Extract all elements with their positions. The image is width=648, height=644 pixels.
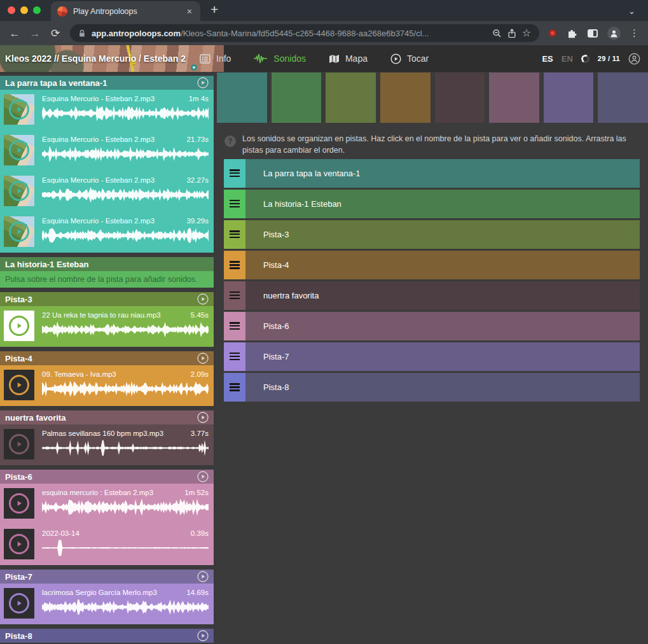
back-button[interactable]: ← [5,28,24,39]
tab-close-icon[interactable]: × [185,6,194,17]
clip-waveform [42,438,209,458]
zoom-out-icon[interactable] [492,29,502,38]
track-row-label: La parra tapa la ventana-1 [263,169,361,178]
clip-duration: 21.73s [186,136,209,143]
track-header[interactable]: Pista-3 [0,292,214,306]
app-content: La parra tapa la ventana-1Esquina Mercur… [0,72,648,644]
url-text[interactable]: app.antropoloops.com/Kleos-Santa-Marina/… [92,29,486,38]
close-window-button[interactable] [8,6,15,14]
track-row[interactable]: Pista-7 [224,342,640,371]
clip-play-button[interactable] [4,311,34,341]
track-header-label: nuertra favorita [5,413,197,423]
track-row[interactable]: nuertra favorita [224,281,640,310]
track-header[interactable]: La parra tapa la ventana-1 [0,76,214,90]
track-hint-text: Pulsa sobre el nombre de la pista para a… [0,271,214,288]
browser-tab[interactable]: Play Antropoloops × [51,1,200,21]
url-bar[interactable]: app.antropoloops.com/Kleos-Santa-Marina/… [70,24,539,42]
clip-filename: 09. Temaeva - Iva.mp3 [42,370,116,378]
track-play-button[interactable] [197,412,209,423]
app-nav: Info Sonidos Mapa Tocar [200,53,429,64]
track-play-button[interactable] [197,353,209,364]
track-drag-handle[interactable] [224,220,245,249]
track-header[interactable]: Pista-6 [0,470,214,484]
track-row[interactable]: La parra tapa la ventana-1 [224,159,640,188]
tab-info[interactable]: Info [200,53,231,64]
track-row-bar[interactable]: Pista-4 [245,251,640,279]
track-play-button[interactable] [197,77,209,88]
profile-avatar[interactable] [607,27,621,40]
track-row[interactable]: La historia-1 Esteban [224,190,640,218]
track-play-button[interactable] [197,293,209,305]
track-row-bar[interactable]: Pista-8 [245,373,640,402]
tab-sonidos[interactable]: Sonidos [254,53,306,64]
track-row-bar[interactable]: Pista-7 [245,342,640,371]
clip-play-button[interactable] [4,370,34,400]
track-row-bar[interactable]: La parra tapa la ventana-1 [245,159,640,188]
clip-play-button[interactable] [4,94,34,125]
track-play-button[interactable] [197,471,209,482]
track-header[interactable]: Pista-8 [0,629,214,643]
language-en-button[interactable]: EN [562,54,573,64]
side-panel-icon[interactable] [588,29,598,38]
clip-play-button[interactable] [4,588,34,619]
track-row-bar[interactable]: La historia-1 Esteban [245,190,640,218]
clip-play-button[interactable] [4,488,34,519]
track-header[interactable]: nuertra favorita [0,410,214,424]
clip-body: Esquina Mercurio - Esteban 2.mp339.29s [34,216,209,253]
track-drag-handle[interactable] [224,159,245,188]
track-play-button[interactable] [197,630,209,641]
tab-mapa[interactable]: Mapa [329,53,368,64]
clip-body: esquina mercurio : Esteban 2.mp31m 52s [34,488,209,524]
track-drag-handle[interactable] [224,312,245,340]
clip-play-ring-icon [9,493,29,514]
clip-body: Esquina Mercurio - Esteban 2.mp31m 4s [34,94,209,130]
sound-clip: Esquina Mercurio - Esteban 2.mp339.29s [0,212,214,253]
sidebar-track-section: Pista-8 [0,629,214,643]
maximize-window-button[interactable] [33,6,41,14]
track-row[interactable]: Pista-4 [224,251,640,279]
clip-play-button[interactable] [4,176,34,206]
track-row-bar[interactable]: Pista-6 [245,312,640,340]
track-row[interactable]: Pista-3 [224,220,640,249]
track-row-bar[interactable]: Pista-3 [245,220,640,249]
recording-indicator-icon[interactable] [549,29,556,37]
clip-meta: 2022-03-140.39s [42,529,209,537]
track-row-label: La historia-1 Esteban [263,199,341,209]
help-note: ? Los sonidos se organizan en pistas. Ha… [216,123,648,156]
track-drag-handle[interactable] [224,281,245,310]
track-header[interactable]: Pista-4 [0,351,214,365]
track-row[interactable]: Pista-6 [224,312,640,340]
new-tab-button[interactable]: + [200,2,218,21]
clip-waveform [42,538,209,557]
track-play-button[interactable] [197,571,209,582]
minimize-window-button[interactable] [20,6,28,14]
browser-tab-strip: Play Antropoloops × + ⌄ [0,0,648,21]
clip-play-button[interactable] [4,135,34,165]
reload-button[interactable]: ⟳ [46,28,65,39]
extensions-puzzle-icon[interactable] [562,28,582,39]
clip-meta: Palmas sevillanas 160 bpm mp3.mp33.77s [42,429,209,437]
track-drag-handle[interactable] [224,251,245,279]
clip-play-button[interactable] [4,216,34,247]
tab-tocar[interactable]: Tocar [390,53,429,64]
browser-menu-icon[interactable]: ⋮ [626,27,643,39]
language-es-button[interactable]: ES [542,54,553,64]
track-drag-handle[interactable] [224,373,245,402]
tab-search-chevron-icon[interactable]: ⌄ [628,6,648,21]
track-drag-handle[interactable] [224,342,245,371]
drag-handle-icon [230,200,240,209]
clip-play-ring-icon [9,434,29,454]
app-header: Kleos 2022 // Esquina Mercurio / Esteban… [0,45,648,72]
forward-button[interactable]: → [25,28,45,39]
share-icon[interactable] [507,29,516,38]
account-icon[interactable] [628,53,640,65]
track-header[interactable]: La historia-1 Esteban [0,257,214,271]
track-drag-handle[interactable] [224,190,245,218]
track-row[interactable]: Pista-8 [224,373,640,402]
track-row-bar[interactable]: nuertra favorita [245,281,640,310]
clip-play-button[interactable] [4,429,34,459]
bookmark-star-icon[interactable]: ☆ [522,28,531,38]
clip-filename: 22 Ua reka te tagnia to rau niau.mp3 [42,311,161,319]
track-header[interactable]: Pista-7 [0,570,214,584]
clip-play-button[interactable] [4,529,34,559]
